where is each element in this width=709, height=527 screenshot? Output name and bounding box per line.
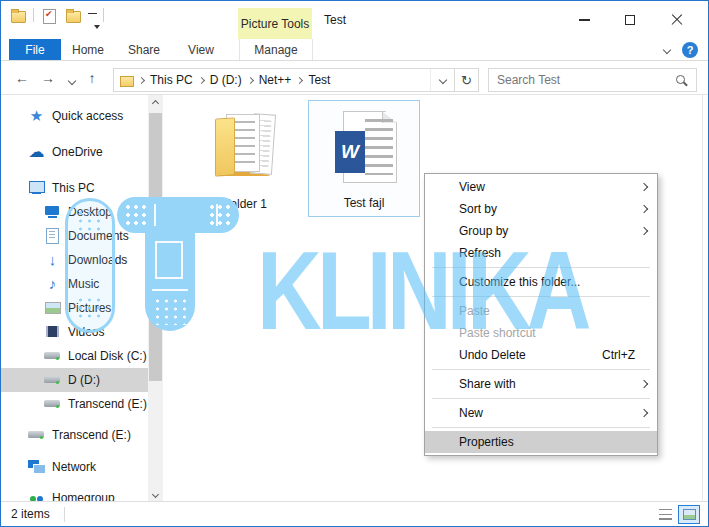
- breadcrumb-chevron-icon: [138, 76, 145, 83]
- sidebar-item-label: Downloads: [68, 253, 127, 267]
- sidebar-item-label: Music: [68, 277, 99, 291]
- sidebar-item-desktop[interactable]: Desktop: [1, 200, 148, 224]
- qat-customize-dropdown[interactable]: [88, 13, 97, 21]
- menu-item-properties[interactable]: Properties: [425, 431, 657, 453]
- refresh-icon: [461, 73, 472, 88]
- collapse-ribbon-icon[interactable]: [663, 45, 671, 53]
- sidebar-item-transcend-e[interactable]: Transcend (E:): [1, 392, 148, 416]
- sidebar-item-label: Documents: [68, 229, 129, 243]
- chevron-down-icon: [438, 76, 446, 84]
- sidebar-item-videos[interactable]: Videos: [1, 320, 148, 344]
- forward-button[interactable]: [37, 68, 59, 88]
- breadcrumb-d-drive[interactable]: D (D:): [205, 73, 247, 87]
- scrollbar-down-button[interactable]: [148, 486, 163, 502]
- breadcrumb-chevron-icon: [296, 76, 303, 83]
- sidebar-item-music[interactable]: Music: [1, 272, 148, 296]
- item-count: 2 items: [11, 507, 50, 521]
- address-bar-row: This PC D (D:) Net++ Test: [1, 61, 708, 95]
- sidebar-item-label: Quick access: [52, 109, 123, 123]
- refresh-button[interactable]: [454, 69, 478, 91]
- picture-tools-badge: Picture Tools: [238, 8, 312, 39]
- drive-icon: [44, 396, 61, 412]
- context-menu: View Sort by Group by Refresh Customize …: [424, 173, 658, 456]
- download-arrow-icon: [44, 252, 61, 268]
- address-dropdown-button[interactable]: [430, 69, 454, 91]
- word-document-icon: W: [329, 109, 401, 189]
- submenu-arrow-icon: [640, 409, 648, 417]
- film-icon: [44, 324, 61, 340]
- title-bar: Picture Tools Test: [1, 1, 708, 39]
- sidebar-item-label: Pictures: [68, 301, 111, 315]
- explorer-window: { "window": { "title": "Test", "contextu…: [0, 0, 709, 527]
- qat-new-folder-button[interactable]: [64, 7, 82, 23]
- sidebar-scrollbar[interactable]: [148, 95, 163, 502]
- file-item-folder-1[interactable]: Folder 1: [189, 100, 301, 217]
- up-button[interactable]: [81, 68, 103, 88]
- ribbon-extras: ?: [664, 39, 708, 60]
- tab-home[interactable]: Home: [61, 39, 115, 60]
- menu-item-undo-delete[interactable]: Undo DeleteCtrl+Z: [425, 344, 657, 366]
- sidebar-item-documents[interactable]: Documents: [1, 224, 148, 248]
- sidebar-item-quick-access[interactable]: Quick access: [1, 104, 148, 128]
- menu-item-customize-folder[interactable]: Customize this folder...: [425, 271, 657, 293]
- qat-properties-button[interactable]: [40, 7, 58, 23]
- network-icon: [28, 459, 45, 475]
- help-icon[interactable]: ?: [682, 42, 698, 58]
- window-title: Test: [324, 13, 346, 27]
- tab-file[interactable]: File: [9, 39, 61, 60]
- menu-item-share-with[interactable]: Share with: [425, 373, 657, 395]
- tab-view[interactable]: View: [173, 39, 229, 60]
- chevron-up-icon: [152, 99, 159, 106]
- sidebar-item-pictures[interactable]: Pictures: [1, 296, 148, 320]
- drive-icon: [44, 372, 61, 388]
- sidebar-item-network[interactable]: Network: [1, 455, 148, 479]
- details-view-button[interactable]: [654, 505, 676, 524]
- back-button[interactable]: [11, 68, 33, 88]
- sidebar-item-label: Transcend (E:): [52, 428, 131, 442]
- scrollbar-up-button[interactable]: [148, 95, 163, 111]
- breadcrumb-test[interactable]: Test: [303, 73, 335, 87]
- drive-icon: [28, 427, 45, 443]
- breadcrumb-netpp[interactable]: Net++: [254, 73, 297, 87]
- sidebar-item-onedrive[interactable]: OneDrive: [1, 140, 148, 164]
- close-button[interactable]: [662, 9, 692, 31]
- menu-item-refresh[interactable]: Refresh: [425, 242, 657, 264]
- sidebar-item-label: Network: [52, 460, 96, 474]
- drive-icon: [44, 348, 61, 364]
- tab-share[interactable]: Share: [115, 39, 173, 60]
- monitor-icon: [28, 180, 45, 196]
- ribbon-tab-row: File Home Share View Manage ?: [1, 39, 708, 61]
- sidebar-item-transcend-e-root[interactable]: Transcend (E:): [1, 423, 148, 447]
- search-box: [488, 68, 697, 92]
- scrollbar-thumb[interactable]: [149, 113, 162, 381]
- menu-item-group-by[interactable]: Group by: [425, 220, 657, 242]
- maximize-icon: [625, 15, 635, 25]
- sidebar-item-downloads[interactable]: Downloads: [1, 248, 148, 272]
- tab-manage[interactable]: Manage: [239, 39, 313, 60]
- sidebar-item-label: Desktop: [68, 205, 112, 219]
- minimize-button[interactable]: [569, 9, 599, 31]
- up-arrow-icon: [89, 70, 96, 86]
- menu-item-view[interactable]: View: [425, 176, 657, 198]
- quick-access-toolbar: [9, 7, 104, 23]
- maximize-button[interactable]: [615, 9, 645, 31]
- status-bar: 2 items: [1, 501, 708, 526]
- file-item-test-fajl[interactable]: W Test fajl: [308, 100, 420, 217]
- sidebar-item-local-disk-c[interactable]: Local Disk (C:): [1, 344, 148, 368]
- sidebar-item-homegroup[interactable]: Homegroup: [1, 486, 148, 502]
- search-input[interactable]: [497, 73, 675, 87]
- document-icon: [44, 228, 61, 244]
- forward-arrow-icon: [41, 70, 55, 86]
- back-arrow-icon: [15, 70, 29, 86]
- breadcrumb: This PC D (D:) Net++ Test: [113, 68, 479, 92]
- breadcrumb-this-pc[interactable]: This PC: [145, 73, 198, 87]
- qat-separator: [103, 8, 104, 22]
- menu-item-new[interactable]: New: [425, 402, 657, 424]
- thumbnail-view-button[interactable]: [678, 505, 700, 524]
- recent-locations-dropdown[interactable]: [61, 71, 83, 91]
- file-label: Test fajl: [309, 196, 419, 210]
- sidebar-item-d-drive[interactable]: D (D:): [1, 368, 148, 392]
- menu-item-paste: Paste: [425, 300, 657, 322]
- menu-item-sort-by[interactable]: Sort by: [425, 198, 657, 220]
- sidebar-item-this-pc[interactable]: This PC: [1, 176, 148, 200]
